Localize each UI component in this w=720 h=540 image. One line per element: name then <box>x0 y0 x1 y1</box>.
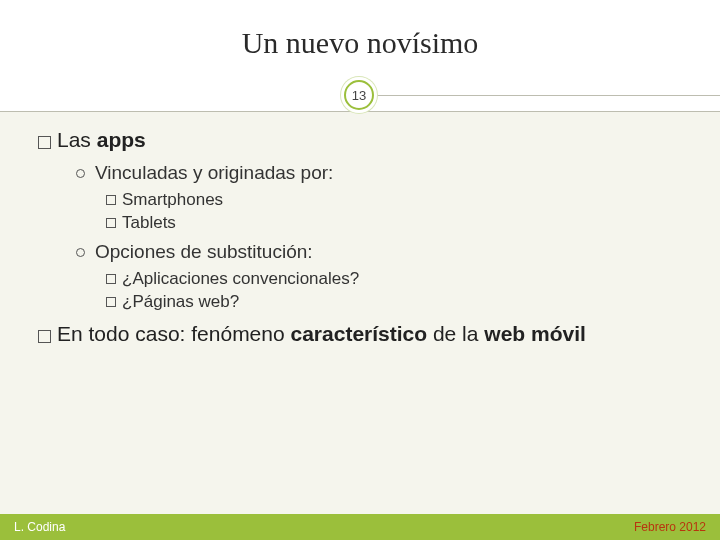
slide-title: Un nuevo novísimo <box>0 26 720 60</box>
square-bullet-icon <box>106 195 116 205</box>
bullet-aplicaciones: ¿Aplicaciones convencionales? <box>106 269 682 289</box>
bullet-text: Vinculadas y originadas por: <box>95 162 333 184</box>
bullet-opciones: Opciones de substitución: <box>76 241 682 263</box>
bullet-text: Tablets <box>122 213 176 233</box>
bullet-text: Opciones de substitución: <box>95 241 313 263</box>
bullet-smartphones: Smartphones <box>106 190 682 210</box>
bullet-text: Smartphones <box>122 190 223 210</box>
circle-bullet-icon <box>76 248 85 257</box>
bullet-las-apps: Las apps <box>38 128 682 152</box>
bullet-conclusion: En todo caso: fenómeno característico de… <box>38 322 682 346</box>
bullet-text: ¿Páginas web? <box>122 292 239 312</box>
page-number-badge: 13 <box>344 80 374 110</box>
square-bullet-icon <box>38 330 51 343</box>
bullet-text: ¿Aplicaciones convencionales? <box>122 269 359 289</box>
square-bullet-icon <box>38 136 51 149</box>
footer-bar: L. Codina Febrero 2012 <box>0 514 720 540</box>
bullet-text: En todo caso: fenómeno característico de… <box>57 322 586 346</box>
bullet-text: Las apps <box>57 128 146 152</box>
circle-bullet-icon <box>76 169 85 178</box>
content-area: Las apps Vinculadas y originadas por: Sm… <box>38 128 682 346</box>
footer-author: L. Codina <box>14 520 65 534</box>
square-bullet-icon <box>106 218 116 228</box>
square-bullet-icon <box>106 297 116 307</box>
bullet-vinculadas: Vinculadas y originadas por: <box>76 162 682 184</box>
footer-date: Febrero 2012 <box>634 520 706 534</box>
bullet-paginas: ¿Páginas web? <box>106 292 682 312</box>
bullet-tablets: Tablets <box>106 213 682 233</box>
badge-divider <box>370 95 720 96</box>
square-bullet-icon <box>106 274 116 284</box>
